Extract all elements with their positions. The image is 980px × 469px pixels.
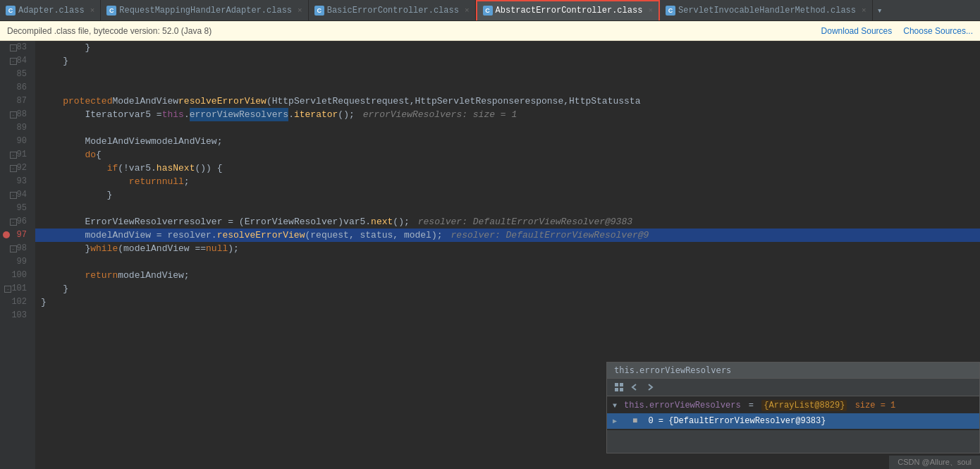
gutter-line-97: 97 — [0, 229, 31, 242]
gutter-line-99: 99 — [0, 255, 31, 269]
gutter-line-87: 87 — [0, 95, 31, 108]
fold-icon-96[interactable]: - — [10, 219, 17, 226]
debug-tree: ▼ this.errorViewResolvers = {ArrayList@8… — [607, 396, 979, 430]
fold-icon-83[interactable]: - — [10, 44, 17, 51]
gutter-line-101: - 101 — [0, 282, 31, 296]
tab-close-adapter[interactable]: × — [90, 6, 95, 15]
gutter-line-102: 102 — [0, 296, 31, 309]
tab-label-adapter: Adapter.class — [18, 6, 85, 16]
code-line-90: ModelAndView modelAndView; — [35, 135, 980, 148]
info-bar-links: Download Sources Choose Sources... — [821, 26, 973, 36]
gutter-line-90: 90 — [0, 135, 31, 148]
expand-arrow-0[interactable]: ▼ — [613, 402, 621, 410]
code-line-97: modelAndView = resolver. resolveErrorVie… — [35, 229, 980, 242]
code-line-83: } — [35, 41, 980, 54]
status-bar-text: CSDN @Allure、soul — [898, 458, 972, 466]
gutter-line-96: - 96 — [0, 215, 31, 229]
tab-icon-abstracterror: C — [483, 6, 493, 16]
tab-label-servletinvocable: ServletInvocableHandlerMethod.class — [678, 6, 856, 16]
tab-icon-basicerror: C — [314, 6, 324, 16]
tab-label-basicerror: BasicErrorController.class — [327, 6, 459, 16]
tab-overflow-button[interactable]: ▾ — [873, 0, 887, 20]
tab-icon-servletinvocable: C — [666, 6, 675, 16]
tab-icon-requestmapping: C — [106, 6, 116, 16]
svg-rect-1 — [620, 383, 623, 386]
info-bar: Decompiled .class file, bytecode version… — [0, 21, 980, 41]
tab-close-requestmapping[interactable]: × — [298, 6, 302, 15]
gutter-line-89: 89 — [0, 121, 31, 135]
code-line-102: } — [35, 296, 980, 309]
tab-abstracterror[interactable]: C AbstractErrorController.class × — [476, 0, 660, 20]
debug-row-errorviewresolvers[interactable]: ▼ this.errorViewResolvers = {ArrayList@8… — [607, 398, 979, 413]
tab-close-abstracterror[interactable]: × — [648, 6, 653, 15]
gutter-line-100: 100 — [0, 269, 31, 282]
code-line-98: } while (modelAndView == null ); — [35, 242, 980, 255]
code-line-100: return modelAndView; — [35, 269, 980, 282]
code-line-85 — [35, 68, 980, 81]
svg-rect-3 — [620, 388, 623, 391]
code-line-94: } — [35, 188, 980, 202]
debug-back-icon[interactable] — [628, 381, 641, 394]
code-line-95 — [35, 202, 980, 215]
line-number-gutter: - 83 - 84 85 86 87 - 88 89 90 - 91 — [0, 41, 35, 469]
svg-rect-2 — [615, 388, 618, 391]
tab-adapter[interactable]: C Adapter.class × — [0, 0, 101, 20]
code-line-88: Iterator var5 = this . errorViewResolver… — [35, 108, 980, 121]
fold-icon-91[interactable]: - — [10, 152, 17, 159]
main-area: - 83 - 84 85 86 87 - 88 89 90 - 91 — [0, 41, 980, 469]
expand-arrow-1[interactable]: ▶ — [613, 417, 621, 425]
breakpoint-97 — [3, 231, 10, 238]
gutter-line-95: 95 — [0, 202, 31, 215]
debug-tooltip-title: this.errorViewResolvers — [607, 363, 979, 379]
code-line-89 — [35, 121, 980, 135]
code-line-101: } — [35, 282, 980, 296]
debug-grid-icon[interactable] — [613, 381, 625, 394]
code-line-84: } — [35, 54, 980, 68]
download-sources-link[interactable]: Download Sources — [821, 26, 893, 36]
tab-label-abstracterror: AbstractErrorController.class — [496, 6, 643, 16]
fold-icon-84[interactable]: - — [10, 58, 17, 65]
code-line-103 — [35, 309, 980, 322]
debug-forward-icon[interactable] — [644, 381, 656, 394]
fold-icon-98[interactable]: - — [10, 245, 17, 252]
code-line-99 — [35, 255, 980, 269]
gutter-line-103: 103 — [0, 309, 31, 322]
code-line-86 — [35, 81, 980, 95]
gutter-line-93: 93 — [0, 175, 31, 188]
tab-close-servletinvocable[interactable]: × — [862, 6, 866, 15]
gutter-line-86: 86 — [0, 81, 31, 95]
tab-servletinvocable[interactable]: C ServletInvocableHandlerMethod.class × — [660, 0, 873, 20]
gutter-line-85: 85 — [0, 68, 31, 81]
svg-rect-0 — [615, 383, 618, 386]
fold-icon-88[interactable]: - — [10, 111, 17, 118]
code-line-96: ErrorViewResolver resolver = ( ErrorView… — [35, 215, 980, 229]
gutter-line-84: - 84 — [0, 54, 31, 68]
tab-requestmapping[interactable]: C RequestMappingHandlerAdapter.class × — [101, 0, 308, 20]
fold-icon-101[interactable]: - — [4, 286, 11, 293]
tab-basicerror[interactable]: C BasicErrorController.class × — [309, 0, 476, 20]
status-bar: CSDN @Allure、soul — [889, 456, 980, 469]
fold-icon-92[interactable]: - — [10, 165, 17, 172]
code-line-93: return null ; — [35, 175, 980, 188]
debug-tooltip: this.errorViewResolvers ▼ t — [606, 362, 980, 453]
gutter-line-91: - 91 — [0, 148, 31, 162]
code-content: } } protected ModelAndView resolveErrorV… — [35, 41, 980, 322]
tab-icon-adapter: C — [6, 6, 16, 16]
debug-toolbar — [607, 379, 979, 396]
gutter-line-94: - 94 — [0, 188, 31, 202]
debug-val-0: {ArrayList@8829} — [761, 400, 847, 411]
gutter-line-88: - 88 — [0, 108, 31, 121]
fold-icon-94[interactable]: - — [10, 192, 17, 199]
tab-label-requestmapping: RequestMappingHandlerAdapter.class — [119, 6, 292, 16]
gutter-line-92: - 92 — [0, 162, 31, 175]
choose-sources-link[interactable]: Choose Sources... — [903, 26, 973, 36]
gutter-line-83: - 83 — [0, 41, 31, 54]
gutter-line-98: - 98 — [0, 242, 31, 255]
code-line-92: if (! var5. hasNext ()) { — [35, 162, 980, 175]
info-bar-text: Decompiled .class file, bytecode version… — [7, 26, 212, 36]
tab-close-basicerror[interactable]: × — [465, 6, 470, 15]
tab-bar: C Adapter.class × C RequestMappingHandle… — [0, 0, 980, 21]
code-editor[interactable]: } } protected ModelAndView resolveErrorV… — [35, 41, 980, 469]
code-line-87: protected ModelAndView resolveErrorView … — [35, 95, 980, 108]
debug-row-0[interactable]: ▶ ■ 0 = {DefaultErrorViewResolver@9383} — [607, 413, 979, 429]
